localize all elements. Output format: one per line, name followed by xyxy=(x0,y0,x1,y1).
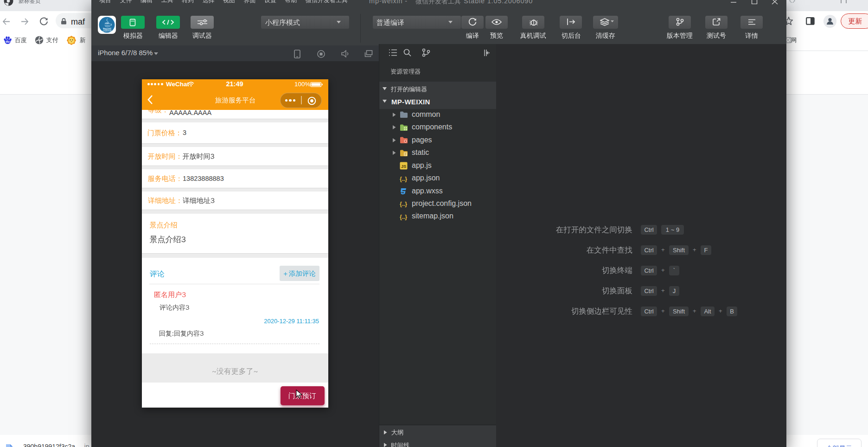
svg-text:JS: JS xyxy=(401,164,406,169)
svg-text:{..}: {..} xyxy=(400,214,407,220)
svg-text:{..}: {..} xyxy=(400,201,407,207)
svg-text:{..}: {..} xyxy=(400,176,407,182)
svg-text:Java: Java xyxy=(102,27,112,32)
svg-text:du: du xyxy=(6,40,10,43)
